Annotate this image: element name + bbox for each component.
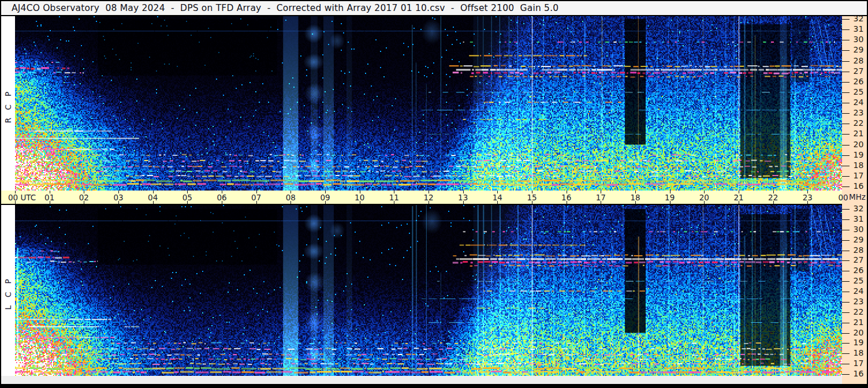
freq-tick-label: 25 [851, 87, 866, 96]
freq-tick [842, 230, 850, 230]
freq-tick [842, 281, 850, 282]
freq-tick-label: 17 [851, 359, 866, 368]
time-tick-label: 01 [42, 193, 57, 202]
freq-tick-label: 26 [851, 77, 866, 86]
freq-tick-label: 31 [851, 214, 866, 223]
freq-tick [842, 353, 850, 354]
time-tick-label: 08 [283, 193, 298, 202]
freq-tick [842, 124, 850, 124]
freq-tick [842, 166, 850, 166]
freq-tick [842, 333, 850, 334]
time-tick-label: 19 [662, 193, 677, 202]
freq-tick-label: 24 [851, 286, 866, 296]
freq-tick [842, 113, 850, 114]
time-tick [15, 191, 16, 193]
time-tick-label: 22 [766, 193, 781, 202]
time-tick-label: 13 [456, 193, 471, 202]
freq-tick [842, 209, 850, 210]
time-tick-label: 11 [386, 193, 401, 202]
time-tick-label: 20 [696, 193, 711, 202]
freq-tick [842, 29, 850, 30]
freq-tick [842, 61, 850, 62]
freq-tick [842, 134, 850, 135]
bottom-margin [1, 376, 842, 384]
freq-tick-label: 24 [851, 98, 866, 107]
freq-tick-label: 20 [851, 328, 866, 337]
freq-tick [842, 292, 850, 292]
frequency-unit-label: MHz [849, 192, 866, 202]
time-tick-label: 12 [421, 193, 436, 202]
freq-tick [842, 260, 850, 261]
freq-tick [842, 145, 850, 146]
polarization-label-lcp: LCP [3, 271, 13, 309]
freq-tick [842, 82, 850, 83]
freq-tick [842, 240, 850, 241]
freq-tick-label: 25 [851, 276, 866, 285]
freq-tick-label: 23 [851, 108, 866, 117]
time-tick-label: 23 [800, 193, 815, 202]
freq-tick [842, 19, 850, 20]
freq-tick [842, 186, 850, 187]
freq-tick-label: 16 [851, 181, 866, 191]
freq-tick [842, 312, 850, 313]
freq-tick-label: 21 [851, 318, 866, 327]
freq-tick [842, 271, 850, 271]
freq-tick-label: 16 [851, 369, 866, 378]
freq-tick [842, 155, 850, 156]
freq-tick-label: 29 [851, 45, 866, 54]
freq-tick-label: 21 [851, 129, 866, 138]
freq-tick-label: 23 [851, 297, 866, 306]
freq-tick-label: 27 [851, 255, 866, 264]
time-tick-label: 10 [352, 193, 367, 202]
time-tick-label: 15 [524, 193, 539, 202]
freq-tick [842, 176, 850, 177]
freq-tick-label: 28 [851, 245, 866, 255]
time-tick-label: 05 [180, 193, 195, 202]
freq-tick-label: 29 [851, 235, 866, 244]
time-tick-label: 06 [214, 193, 229, 202]
time-axis-origin-label: 00 UTC [8, 193, 36, 202]
freq-tick [842, 302, 850, 303]
freq-tick [842, 323, 850, 323]
time-tick-label: 02 [76, 193, 91, 202]
time-tick-label: 18 [628, 193, 643, 202]
time-tick-label: 17 [593, 193, 608, 202]
freq-tick [842, 72, 850, 72]
freq-tick-label: 32 [851, 14, 866, 23]
spectrogram-rcp [15, 16, 842, 191]
freq-tick-label: 32 [851, 204, 866, 213]
time-tick-label: 09 [318, 193, 333, 202]
time-tick-label: 04 [146, 193, 161, 202]
title-bar: AJ4CO Observatory 08 May 2024 - DPS on T… [1, 1, 867, 15]
freq-tick [842, 251, 850, 251]
freq-tick-label: 18 [851, 161, 866, 170]
freq-tick [842, 364, 850, 364]
freq-tick-label: 18 [851, 348, 866, 357]
freq-tick-label: 28 [851, 56, 866, 65]
freq-tick-label: 31 [851, 24, 866, 33]
freq-tick [842, 219, 850, 220]
freq-tick-label: 30 [851, 35, 866, 44]
polarization-strip-rcp: RCP [1, 16, 15, 191]
freq-tick [842, 40, 850, 40]
freq-tick-label: 19 [851, 338, 866, 347]
freq-tick-label: 17 [851, 171, 866, 180]
time-axis-end-label: 00 [835, 193, 851, 202]
freq-tick-label: 20 [851, 140, 866, 149]
time-tick-label: 07 [249, 193, 264, 202]
time-axis-strip: 00 UTC 010203040506070809101112131415161… [1, 191, 842, 204]
time-tick-label: 14 [490, 193, 505, 202]
freq-tick-label: 27 [851, 66, 866, 76]
spectrogram-lcp [15, 205, 842, 376]
freq-tick [842, 343, 850, 344]
polarization-label-rcp: RCP [3, 84, 13, 123]
time-tick-label: 03 [111, 193, 126, 202]
freq-tick [842, 92, 850, 93]
time-tick-label: 16 [559, 193, 574, 202]
freq-tick-label: 22 [851, 118, 866, 128]
freq-tick-label: 26 [851, 266, 866, 275]
freq-tick [842, 103, 850, 103]
freq-tick [842, 374, 850, 375]
app-window: AJ4CO Observatory 08 May 2024 - DPS on T… [0, 0, 868, 388]
polarization-strip-lcp: LCP [1, 205, 15, 376]
